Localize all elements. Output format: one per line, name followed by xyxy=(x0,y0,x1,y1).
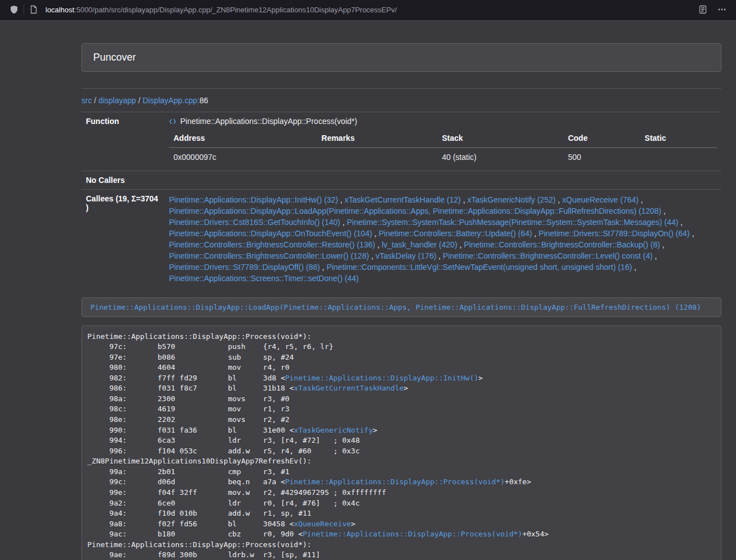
selected-callee-link[interactable]: Pinetime::Applications::DisplayApp::Load… xyxy=(90,303,701,311)
code-symbol-link[interactable]: xTaskGenericNotify xyxy=(294,426,373,434)
function-stats-table: Address Remarks Stack Code Static 0x0000… xyxy=(169,129,717,166)
callee-link[interactable]: Pinetime::Components::LittleVgl::SetNewT… xyxy=(327,263,632,272)
reader-mode-icon[interactable] xyxy=(696,2,710,17)
callee-separator: , xyxy=(458,240,464,249)
callee-separator: , xyxy=(461,195,468,204)
url-path: :5000/path/src/displayapp/DisplayApp.cpp… xyxy=(74,6,397,14)
callee-link[interactable]: Pinetime::Controllers::BrightnessControl… xyxy=(169,240,375,249)
reader-icon-glyph xyxy=(699,5,707,14)
url-host: localhost xyxy=(45,6,74,14)
code-symbol-link[interactable]: xQueueReceive xyxy=(294,520,351,528)
callee-separator: , xyxy=(660,240,665,249)
overflow-menu-icon[interactable] xyxy=(715,2,729,17)
address-value: 0x0000097c xyxy=(169,148,317,166)
callee-link[interactable]: vTaskDelay (176) xyxy=(376,251,436,260)
callee-link[interactable]: Pinetime::System::SystemTask::PushMessag… xyxy=(347,218,679,227)
callee-separator: , xyxy=(372,229,379,238)
callee-separator: , xyxy=(632,263,637,272)
breadcrumb: src / displayapp / DisplayApp.cpp:86 xyxy=(81,96,721,105)
callee-link[interactable]: Pinetime::Drivers::Cst816S::GetTouchInfo… xyxy=(169,218,340,227)
callee-link[interactable]: lv_task_handler (420) xyxy=(382,240,458,249)
page-content: Puncover src / displayapp / DisplayApp.c… xyxy=(81,43,721,560)
callee-separator: , xyxy=(436,251,443,260)
function-name: Pinetime::Applications::DisplayApp::Proc… xyxy=(180,117,357,126)
callee-link[interactable]: xTaskGetCurrentTaskHandle (12) xyxy=(345,195,461,204)
col-code: Code xyxy=(564,129,641,148)
static-value xyxy=(640,148,717,166)
shield-icon[interactable] xyxy=(7,2,21,17)
function-detail-table: Function Pinetime::Applications::Display… xyxy=(81,112,721,288)
callee-separator: , xyxy=(652,251,657,260)
code-block: Pinetime::Applications::DisplayApp::Proc… xyxy=(81,325,721,560)
selected-callee-panel: Pinetime::Applications::DisplayApp::Load… xyxy=(81,297,721,317)
code-symbol-link[interactable]: Pinetime::Applications::DisplayApp::Proc… xyxy=(303,530,522,538)
breadcrumb-separator: / xyxy=(136,96,143,105)
breadcrumb-line-number: 86 xyxy=(199,96,208,105)
stats-header-row: Address Remarks Stack Code Static xyxy=(169,129,717,148)
breadcrumb-link[interactable]: displayapp xyxy=(98,96,136,105)
page-info-icon[interactable] xyxy=(26,2,41,17)
breadcrumb-link[interactable]: DisplayApp.cpp: xyxy=(143,96,199,105)
callees-label: Callees (19, Σ=3704 ) xyxy=(81,190,164,289)
callee-link[interactable]: Pinetime::Applications::Screens::Timer::… xyxy=(169,274,359,283)
callee-separator: , xyxy=(638,195,643,204)
callee-link[interactable]: xTaskGenericNotify (252) xyxy=(467,195,555,204)
callee-link[interactable]: Pinetime::Applications::DisplayApp::OnTo… xyxy=(169,229,372,238)
callee-separator: , xyxy=(532,229,539,238)
callee-link[interactable]: Pinetime::Controllers::BrightnessControl… xyxy=(169,251,369,260)
page-icon-glyph xyxy=(30,5,38,14)
callee-separator: , xyxy=(556,195,563,204)
col-remarks: Remarks xyxy=(317,129,438,148)
col-address: Address xyxy=(169,129,317,148)
callee-separator: , xyxy=(661,206,666,215)
callee-separator: , xyxy=(340,218,347,227)
function-icon xyxy=(169,118,176,125)
divider xyxy=(81,88,721,89)
breadcrumb-separator: / xyxy=(92,96,99,105)
code-symbol-link[interactable]: Pinetime::Applications::DisplayApp::Proc… xyxy=(285,478,505,486)
callees-list: Pinetime::Applications::DisplayApp::Init… xyxy=(164,190,721,289)
code-value: 500 xyxy=(564,148,641,166)
callee-separator: , xyxy=(678,218,683,227)
no-callers-row: No Callers xyxy=(81,171,721,190)
callee-link[interactable]: Pinetime::Controllers::BrightnessControl… xyxy=(464,240,660,249)
code-symbol-link[interactable]: xTaskGetCurrentTaskHandle xyxy=(294,384,404,392)
code-symbol-link[interactable]: Pinetime::Applications::DisplayApp::Init… xyxy=(285,374,478,382)
callee-separator: , xyxy=(320,263,327,272)
overflow-icon-glyph xyxy=(717,5,726,14)
callee-link[interactable]: Pinetime::Applications::DisplayApp::Init… xyxy=(169,195,338,204)
remarks-value xyxy=(317,148,438,166)
no-callers-label: No Callers xyxy=(81,171,164,190)
callee-separator: , xyxy=(375,240,382,249)
callee-link[interactable]: Pinetime::Controllers::Battery::Update()… xyxy=(379,229,532,238)
callees-row: Callees (19, Σ=3704 ) Pinetime::Applicat… xyxy=(81,190,721,289)
toolbar-divider xyxy=(24,4,24,15)
stats-value-row: 0x0000097c 40 (static) 500 xyxy=(169,148,717,166)
browser-toolbar: localhost:5000/path/src/displayapp/Displ… xyxy=(0,0,736,20)
callee-link[interactable]: xQueueReceive (764) xyxy=(562,195,638,204)
col-static: Static xyxy=(640,129,717,148)
page-title: Puncover xyxy=(93,52,136,63)
function-title-line: Pinetime::Applications::DisplayApp::Proc… xyxy=(169,117,717,126)
function-row-label: Function xyxy=(81,112,164,171)
callee-link[interactable]: Pinetime::Drivers::St7789::DisplayOff() … xyxy=(169,263,320,272)
url-bar[interactable]: localhost:5000/path/src/displayapp/Displ… xyxy=(45,6,690,14)
callee-link[interactable]: Pinetime::Applications::DisplayApp::Load… xyxy=(169,206,661,215)
callee-separator: , xyxy=(369,251,376,260)
page-header: Puncover xyxy=(81,43,721,72)
breadcrumb-link[interactable]: src xyxy=(81,96,92,105)
callee-separator: , xyxy=(690,229,694,238)
callee-link[interactable]: Pinetime::Drivers::St7789::DisplayOn() (… xyxy=(538,229,689,238)
col-stack: Stack xyxy=(437,129,563,148)
callee-separator: , xyxy=(338,195,345,204)
function-row: Function Pinetime::Applications::Display… xyxy=(81,112,721,171)
callee-link[interactable]: Pinetime::Controllers::BrightnessControl… xyxy=(443,251,652,260)
stack-value: 40 (static) xyxy=(437,148,563,166)
shield-icon-glyph xyxy=(10,5,19,14)
